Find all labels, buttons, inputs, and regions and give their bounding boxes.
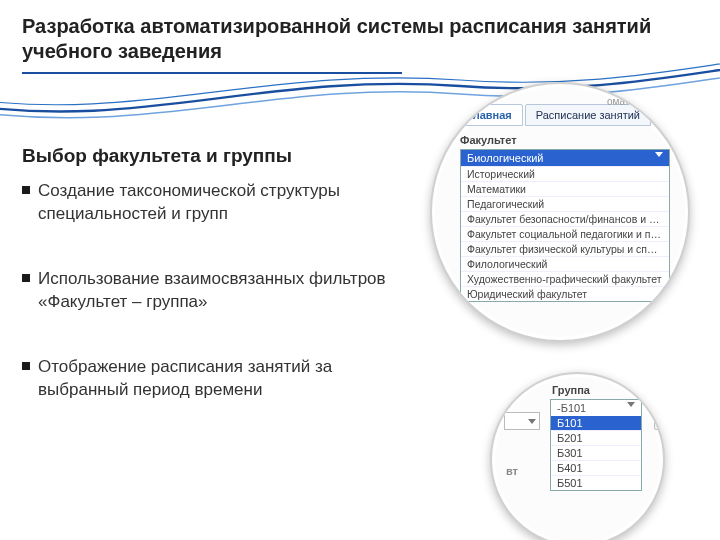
magnifier-group: Группа -Б101 Б101 Б201 Б301 Б401 Б501 Пр… <box>490 372 665 540</box>
faculty-option[interactable]: Юридический факультет <box>461 286 669 301</box>
list-item: Создание таксономической структуры специ… <box>22 180 402 226</box>
faculty-option[interactable]: Факультет физической культуры и спорта <box>461 241 669 256</box>
bullet-text: Создание таксономической структуры специ… <box>38 180 402 226</box>
faculty-selected: Биологический <box>467 152 544 164</box>
bullet-square-icon <box>22 362 30 370</box>
section-subheading: Выбор факультета и группы <box>22 145 292 167</box>
tab-main[interactable]: Главная <box>456 104 523 126</box>
day-col-vt: вт <box>506 465 518 477</box>
faculty-label: Факультет <box>460 134 690 146</box>
group-dropdown[interactable]: -Б101 Б101 Б201 Б301 Б401 Б501 <box>550 399 642 491</box>
faculty-option[interactable]: Художественно-графический факультет <box>461 271 669 286</box>
magnifier-faculty: оматизированная сист Главная Расписание … <box>430 82 690 342</box>
faculty-option[interactable]: Филологический <box>461 256 669 271</box>
chevron-down-icon <box>655 152 663 157</box>
faculty-option[interactable]: Математики <box>461 181 669 196</box>
group-head: -Б101 <box>557 402 586 414</box>
bullet-square-icon <box>22 274 30 282</box>
list-item: Отображение расписания занятий за выбран… <box>22 356 402 402</box>
faculty-dropdown[interactable]: Биологический Исторический Математики Пе… <box>460 149 670 302</box>
group-option[interactable]: Б201 <box>551 430 641 445</box>
bullet-text: Использование взаимосвязанных фильтров «… <box>38 268 402 314</box>
cropped-header-text: оматизированная сист <box>607 96 690 107</box>
group-options[interactable]: Б201 Б301 Б401 Б501 <box>551 430 641 490</box>
list-item: Использование взаимосвязанных фильтров «… <box>22 268 402 314</box>
tab-schedule[interactable]: Расписание занятий <box>525 104 651 126</box>
page-title: Разработка автоматизированной системы ра… <box>22 14 698 64</box>
side-select[interactable] <box>504 412 540 430</box>
group-option[interactable]: Б301 <box>551 445 641 460</box>
faculty-option[interactable]: Факультет безопасности/финансов и права <box>461 211 669 226</box>
faculty-options[interactable]: Исторический Математики Педагогический Ф… <box>461 166 669 301</box>
bullet-text: Отображение расписания занятий за выбран… <box>38 356 402 402</box>
chevron-down-icon <box>627 402 635 407</box>
faculty-option[interactable]: Педагогический <box>461 196 669 211</box>
apply-button[interactable]: Прим <box>654 410 665 430</box>
chevron-down-icon <box>528 419 536 424</box>
group-label: Группа <box>552 384 665 396</box>
group-option[interactable]: Б501 <box>551 475 641 490</box>
title-divider <box>22 72 402 74</box>
bullet-square-icon <box>22 186 30 194</box>
faculty-option[interactable]: Факультет социальной педагогики и психол… <box>461 226 669 241</box>
faculty-option[interactable]: Исторический <box>461 166 669 181</box>
group-selected: Б101 <box>551 416 641 430</box>
bullet-list: Создание таксономической структуры специ… <box>22 180 402 444</box>
